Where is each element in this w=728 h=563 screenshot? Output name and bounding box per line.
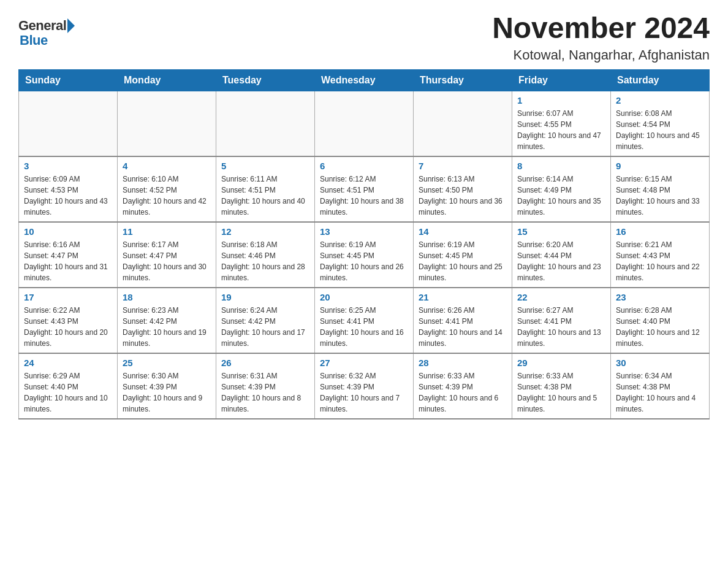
cell-sun-info: Sunrise: 6:21 AMSunset: 4:43 PMDaylight:… — [616, 239, 704, 283]
cell-day-number: 28 — [419, 358, 507, 368]
calendar-cell: 6Sunrise: 6:12 AMSunset: 4:51 PMDaylight… — [315, 156, 414, 222]
calendar-cell: 21Sunrise: 6:26 AMSunset: 4:41 PMDayligh… — [414, 288, 512, 353]
cell-day-number: 18 — [123, 292, 211, 302]
calendar-cell: 24Sunrise: 6:29 AMSunset: 4:40 PMDayligh… — [19, 353, 118, 419]
calendar-cell: 2Sunrise: 6:08 AMSunset: 4:54 PMDaylight… — [611, 91, 710, 156]
cell-day-number: 24 — [24, 358, 112, 368]
cell-sun-info: Sunrise: 6:24 AMSunset: 4:42 PMDaylight:… — [221, 305, 309, 349]
cell-day-number: 15 — [517, 226, 605, 237]
cell-sun-info: Sunrise: 6:16 AMSunset: 4:47 PMDaylight:… — [24, 239, 112, 283]
cell-day-number: 5 — [221, 161, 309, 171]
calendar-cell — [414, 91, 512, 156]
weekday-header-thursday: Thursday — [414, 69, 512, 91]
cell-day-number: 22 — [517, 292, 605, 302]
calendar-week-row: 17Sunrise: 6:22 AMSunset: 4:43 PMDayligh… — [19, 288, 710, 353]
calendar-cell: 7Sunrise: 6:13 AMSunset: 4:50 PMDaylight… — [414, 156, 512, 222]
cell-day-number: 10 — [24, 226, 112, 237]
calendar-cell — [118, 91, 216, 156]
calendar-cell: 20Sunrise: 6:25 AMSunset: 4:41 PMDayligh… — [315, 288, 414, 353]
title-block: November 2024 Kotowal, Nangarhar, Afghan… — [492, 12, 710, 63]
calendar-cell: 10Sunrise: 6:16 AMSunset: 4:47 PMDayligh… — [19, 222, 118, 288]
cell-sun-info: Sunrise: 6:30 AMSunset: 4:39 PMDaylight:… — [123, 370, 211, 415]
cell-sun-info: Sunrise: 6:34 AMSunset: 4:38 PMDaylight:… — [616, 370, 704, 415]
calendar-cell: 29Sunrise: 6:33 AMSunset: 4:38 PMDayligh… — [512, 353, 611, 419]
weekday-header-saturday: Saturday — [611, 69, 710, 91]
calendar-subtitle: Kotowal, Nangarhar, Afghanistan — [492, 47, 710, 63]
calendar-week-row: 24Sunrise: 6:29 AMSunset: 4:40 PMDayligh… — [19, 353, 710, 419]
logo: General Blue — [18, 18, 75, 48]
calendar-cell: 18Sunrise: 6:23 AMSunset: 4:42 PMDayligh… — [118, 288, 216, 353]
cell-sun-info: Sunrise: 6:19 AMSunset: 4:45 PMDaylight:… — [419, 239, 507, 283]
calendar-cell: 16Sunrise: 6:21 AMSunset: 4:43 PMDayligh… — [611, 222, 710, 288]
cell-sun-info: Sunrise: 6:11 AMSunset: 4:51 PMDaylight:… — [221, 174, 309, 218]
weekday-header-tuesday: Tuesday — [216, 69, 315, 91]
cell-day-number: 12 — [221, 226, 309, 237]
calendar-cell: 14Sunrise: 6:19 AMSunset: 4:45 PMDayligh… — [414, 222, 512, 288]
cell-sun-info: Sunrise: 6:07 AMSunset: 4:55 PMDaylight:… — [517, 108, 605, 152]
cell-day-number: 29 — [517, 358, 605, 368]
cell-sun-info: Sunrise: 6:15 AMSunset: 4:48 PMDaylight:… — [616, 174, 704, 218]
cell-sun-info: Sunrise: 6:10 AMSunset: 4:52 PMDaylight:… — [123, 174, 211, 218]
calendar-cell — [216, 91, 315, 156]
calendar-cell: 25Sunrise: 6:30 AMSunset: 4:39 PMDayligh… — [118, 353, 216, 419]
cell-day-number: 3 — [24, 161, 112, 171]
cell-sun-info: Sunrise: 6:23 AMSunset: 4:42 PMDaylight:… — [123, 305, 211, 349]
cell-day-number: 21 — [419, 292, 507, 302]
cell-day-number: 23 — [616, 292, 704, 302]
calendar-cell: 30Sunrise: 6:34 AMSunset: 4:38 PMDayligh… — [611, 353, 710, 419]
cell-day-number: 26 — [221, 358, 309, 368]
logo-text-blue: Blue — [20, 33, 75, 48]
cell-sun-info: Sunrise: 6:33 AMSunset: 4:38 PMDaylight:… — [517, 370, 605, 415]
calendar-cell: 22Sunrise: 6:27 AMSunset: 4:41 PMDayligh… — [512, 288, 611, 353]
cell-day-number: 8 — [517, 161, 605, 171]
logo-text-general: General — [18, 18, 66, 33]
calendar-week-row: 1Sunrise: 6:07 AMSunset: 4:55 PMDaylight… — [19, 91, 710, 156]
cell-day-number: 1 — [517, 95, 605, 105]
calendar-cell — [315, 91, 414, 156]
calendar-cell: 12Sunrise: 6:18 AMSunset: 4:46 PMDayligh… — [216, 222, 315, 288]
calendar-cell: 5Sunrise: 6:11 AMSunset: 4:51 PMDaylight… — [216, 156, 315, 222]
cell-sun-info: Sunrise: 6:33 AMSunset: 4:39 PMDaylight:… — [419, 370, 507, 415]
cell-sun-info: Sunrise: 6:13 AMSunset: 4:50 PMDaylight:… — [419, 174, 507, 218]
cell-sun-info: Sunrise: 6:19 AMSunset: 4:45 PMDaylight:… — [320, 239, 408, 283]
cell-day-number: 14 — [419, 226, 507, 237]
calendar-cell: 9Sunrise: 6:15 AMSunset: 4:48 PMDaylight… — [611, 156, 710, 222]
calendar-week-row: 3Sunrise: 6:09 AMSunset: 4:53 PMDaylight… — [19, 156, 710, 222]
weekday-header-wednesday: Wednesday — [315, 69, 414, 91]
cell-day-number: 27 — [320, 358, 408, 368]
calendar-cell: 28Sunrise: 6:33 AMSunset: 4:39 PMDayligh… — [414, 353, 512, 419]
cell-day-number: 17 — [24, 292, 112, 302]
cell-sun-info: Sunrise: 6:22 AMSunset: 4:43 PMDaylight:… — [24, 305, 112, 349]
calendar-cell: 23Sunrise: 6:28 AMSunset: 4:40 PMDayligh… — [611, 288, 710, 353]
cell-day-number: 19 — [221, 292, 309, 302]
cell-sun-info: Sunrise: 6:28 AMSunset: 4:40 PMDaylight:… — [616, 305, 704, 349]
logo-triangle-icon — [67, 18, 75, 33]
cell-day-number: 4 — [123, 161, 211, 171]
cell-day-number: 9 — [616, 161, 704, 171]
cell-day-number: 16 — [616, 226, 704, 237]
weekday-header-sunday: Sunday — [19, 69, 118, 91]
calendar-cell: 27Sunrise: 6:32 AMSunset: 4:39 PMDayligh… — [315, 353, 414, 419]
cell-day-number: 20 — [320, 292, 408, 302]
weekday-header-row: SundayMondayTuesdayWednesdayThursdayFrid… — [19, 69, 710, 91]
cell-day-number: 30 — [616, 358, 704, 368]
cell-day-number: 2 — [616, 95, 704, 105]
calendar-title: November 2024 — [492, 12, 710, 45]
weekday-header-friday: Friday — [512, 69, 611, 91]
calendar-cell: 3Sunrise: 6:09 AMSunset: 4:53 PMDaylight… — [19, 156, 118, 222]
calendar-cell: 11Sunrise: 6:17 AMSunset: 4:47 PMDayligh… — [118, 222, 216, 288]
cell-sun-info: Sunrise: 6:25 AMSunset: 4:41 PMDaylight:… — [320, 305, 408, 349]
cell-sun-info: Sunrise: 6:12 AMSunset: 4:51 PMDaylight:… — [320, 174, 408, 218]
cell-sun-info: Sunrise: 6:17 AMSunset: 4:47 PMDaylight:… — [123, 239, 211, 283]
cell-day-number: 13 — [320, 226, 408, 237]
cell-day-number: 25 — [123, 358, 211, 368]
cell-day-number: 7 — [419, 161, 507, 171]
cell-day-number: 6 — [320, 161, 408, 171]
cell-sun-info: Sunrise: 6:27 AMSunset: 4:41 PMDaylight:… — [517, 305, 605, 349]
calendar-cell: 13Sunrise: 6:19 AMSunset: 4:45 PMDayligh… — [315, 222, 414, 288]
cell-sun-info: Sunrise: 6:18 AMSunset: 4:46 PMDaylight:… — [221, 239, 309, 283]
weekday-header-monday: Monday — [118, 69, 216, 91]
calendar-cell: 26Sunrise: 6:31 AMSunset: 4:39 PMDayligh… — [216, 353, 315, 419]
calendar-week-row: 10Sunrise: 6:16 AMSunset: 4:47 PMDayligh… — [19, 222, 710, 288]
calendar-cell: 8Sunrise: 6:14 AMSunset: 4:49 PMDaylight… — [512, 156, 611, 222]
